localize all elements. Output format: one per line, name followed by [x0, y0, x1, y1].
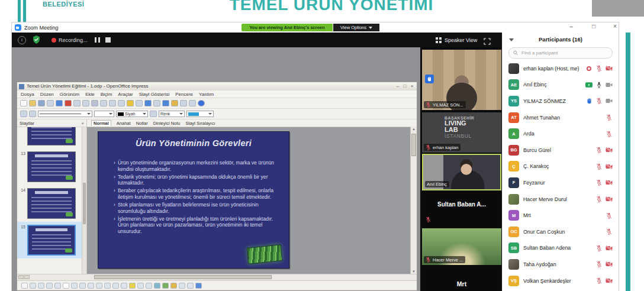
video-tile-mrt[interactable]: Mrt: [422, 267, 501, 291]
slide-thumbnail[interactable]: 12: [17, 127, 82, 148]
fontwork-icon[interactable]: [154, 283, 160, 289]
slides-panel-scrollbar[interactable]: [82, 127, 86, 274]
participant-row[interactable]: M Mrt: [503, 207, 619, 224]
rotate-icon[interactable]: [179, 283, 185, 289]
points-icon[interactable]: [137, 283, 144, 289]
menu-item[interactable]: Biçim: [101, 92, 112, 97]
menu-item[interactable]: Slayt Gösterisi: [139, 92, 170, 97]
menu-item[interactable]: Düzen: [40, 92, 54, 97]
participant-row[interactable]: A Arda: [503, 125, 619, 142]
fill-style-select[interactable]: Renk: [159, 111, 185, 117]
view-tab[interactable]: Notlar: [136, 121, 148, 126]
area-dialog-icon[interactable]: [150, 111, 157, 117]
undo-icon[interactable]: [127, 100, 134, 106]
participant-row[interactable]: Hacer Merve Durul: [503, 191, 619, 208]
slide-thumbnail[interactable]: 14: [17, 185, 82, 222]
zoom-icon[interactable]: [189, 100, 196, 106]
line-icon[interactable]: [30, 283, 36, 289]
cut-icon[interactable]: [91, 100, 98, 106]
participant-row[interactable]: OC Onur Can Coşkun: [503, 224, 619, 240]
canvas-horizontal-scrollbar[interactable]: [17, 274, 417, 281]
fill-color-select[interactable]: [186, 111, 214, 117]
participant-row[interactable]: VŞ Volkan Şenkardeşler: [503, 273, 619, 289]
line-width-input[interactable]: [94, 111, 114, 117]
hyperlink-icon[interactable]: [162, 100, 169, 106]
new-doc-icon[interactable]: [20, 100, 27, 106]
pause-recording-button[interactable]: [95, 37, 100, 43]
canvas-vertical-scrollbar[interactable]: ▲▼: [410, 127, 417, 274]
chart-icon[interactable]: [144, 100, 152, 106]
meeting-info-icon[interactable]: [18, 36, 26, 44]
arrow-icon[interactable]: [38, 283, 44, 289]
maximize-button[interactable]: □: [590, 23, 598, 30]
view-tab[interactable]: Normal: [91, 120, 111, 126]
hscroll-thumb[interactable]: [94, 275, 272, 279]
participant-row[interactable]: Taha Aydoğan: [503, 256, 619, 273]
video-tile-erhan[interactable]: BAŞAKŞEHİR LIVING LAB İSTANBUL erhan kap…: [422, 112, 501, 153]
participant-row[interactable]: YS YILMAZ SÖNMEZ: [503, 93, 619, 109]
format-paintbrush-icon[interactable]: [118, 100, 125, 106]
menu-item[interactable]: Yardım: [199, 92, 214, 97]
slide-thumbnail[interactable]: 13: [17, 148, 82, 185]
edit-file-icon[interactable]: [56, 100, 63, 106]
edit-points-icon[interactable]: [20, 111, 27, 117]
video-tile-anil-active-speaker[interactable]: Anıl Ebinç: [422, 154, 501, 190]
menu-item[interactable]: Araçlar: [118, 92, 133, 97]
video-tile-hacer[interactable]: Hacer Merve ...: [422, 228, 501, 265]
copy-icon[interactable]: [100, 100, 107, 106]
glue-points-icon[interactable]: [146, 283, 152, 289]
flowchart-icon[interactable]: [112, 283, 119, 289]
curve-icon[interactable]: [71, 283, 78, 289]
participant-row[interactable]: SB Sultan Baban Adena: [503, 240, 619, 257]
rectangle-icon[interactable]: [46, 283, 53, 289]
help-icon[interactable]: [198, 100, 205, 106]
block-arrows-icon[interactable]: [104, 283, 111, 289]
navigator-icon[interactable]: [180, 100, 187, 106]
impress-close-button[interactable]: ×: [408, 82, 416, 90]
gallery-icon[interactable]: [170, 283, 177, 289]
speaker-view-button[interactable]: Speaker View: [445, 37, 477, 43]
line-color-select[interactable]: Siyah: [116, 111, 148, 117]
line-dialog-icon[interactable]: [29, 111, 36, 117]
security-shield-icon[interactable]: [33, 35, 40, 46]
slide-thumbnail[interactable]: 15: [17, 222, 82, 258]
participant-row[interactable]: F Feyzanur: [503, 174, 619, 191]
callouts-icon[interactable]: [121, 283, 127, 289]
menu-item[interactable]: Görünüm: [60, 92, 79, 97]
basic-shapes-icon[interactable]: [88, 283, 94, 289]
participant-row[interactable]: BG Burcu Gürel: [503, 142, 619, 159]
from-file-icon[interactable]: [162, 283, 169, 289]
participant-row[interactable]: AT Ahmet Tunahan: [503, 109, 619, 126]
gallery-icon[interactable]: [171, 100, 178, 106]
menu-item[interactable]: Dosya: [21, 92, 34, 97]
participant-row[interactable]: erhan kaplan (Host, me): [503, 60, 619, 77]
page-preview-icon[interactable]: [82, 100, 89, 106]
participant-row[interactable]: AE Anıl Ebinç: [503, 77, 619, 93]
stop-recording-button[interactable]: [105, 37, 111, 43]
view-tab[interactable]: Anahat: [117, 121, 131, 126]
close-button[interactable]: ×: [611, 23, 619, 30]
search-input[interactable]: [520, 50, 608, 56]
close-icon[interactable]: [81, 121, 84, 126]
export-pdf-icon[interactable]: [65, 100, 72, 106]
video-tile-yilmaz[interactable]: YILMAZ SÖN...: [422, 50, 501, 110]
align-icon[interactable]: [187, 283, 194, 289]
connector-icon[interactable]: [79, 283, 86, 289]
stars-icon[interactable]: [129, 283, 136, 289]
chevron-down-icon[interactable]: [509, 38, 514, 41]
redo-icon[interactable]: [136, 100, 143, 106]
open-icon[interactable]: [29, 100, 36, 106]
select-icon[interactable]: [21, 283, 28, 289]
line-style-select[interactable]: [38, 111, 92, 117]
symbol-shapes-icon[interactable]: [96, 283, 102, 289]
participant-row[interactable]: Ç Ç. Karakoç: [503, 159, 619, 175]
impress-minimize-button[interactable]: –: [394, 82, 401, 90]
view-options-button[interactable]: View Options: [333, 24, 379, 31]
view-tab[interactable]: Slayt Sıralayıcı: [186, 121, 215, 126]
arrange-icon[interactable]: [195, 283, 202, 289]
menu-item[interactable]: Ekle: [85, 92, 95, 97]
save-icon[interactable]: [38, 100, 45, 106]
impress-maximize-button[interactable]: □: [401, 82, 408, 90]
ellipse-icon[interactable]: [54, 283, 61, 289]
paste-icon[interactable]: [109, 100, 116, 106]
